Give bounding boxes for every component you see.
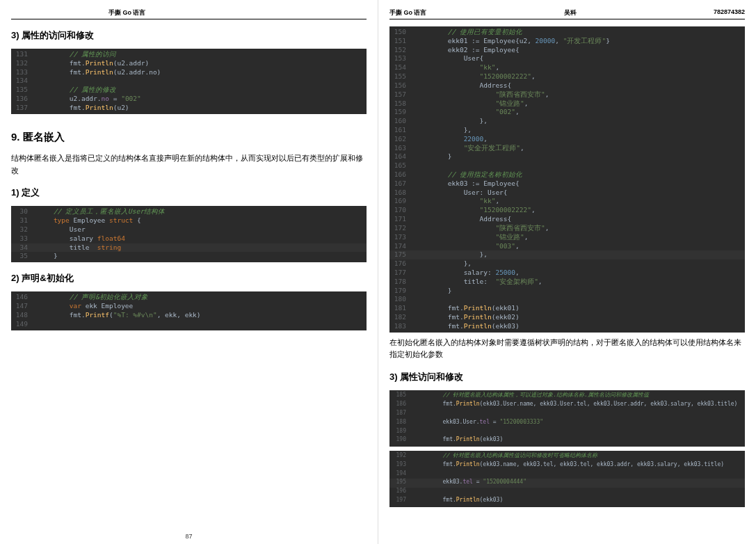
- code-line: 137 fmt.Println(u2): [11, 104, 367, 113]
- line-number: 154: [389, 63, 412, 72]
- code-line: 165: [389, 161, 745, 170]
- line-number: 166: [389, 170, 412, 179]
- line-number: 163: [389, 144, 412, 153]
- para-anon-embed: 结构体匿名嵌入是指将已定义的结构体名直接声明在新的结构体中，从而实现对以后已有类…: [11, 152, 367, 177]
- code-line: 168 User: User{: [389, 189, 745, 198]
- line-source: var ekk Employee: [33, 302, 367, 311]
- code-line: 152 ekk02 := Employee{: [389, 46, 745, 55]
- line-source: ekk03.User.tel = "15200003333": [412, 419, 745, 428]
- line-number: 173: [389, 233, 412, 242]
- code-line: 156 Address{: [389, 81, 745, 90]
- code-line: 150 // 使用已有变量初始化: [389, 28, 745, 37]
- line-number: 183: [389, 322, 412, 331]
- code-line: 161 },: [389, 126, 745, 135]
- line-number: 148: [11, 311, 33, 320]
- line-source: fmt.Println(ekk03): [412, 322, 745, 331]
- line-source: "陕西省西安市",: [412, 90, 745, 99]
- code-line: 35 }: [11, 252, 367, 261]
- line-source: }: [412, 152, 745, 161]
- line-source: "003",: [412, 242, 745, 251]
- code-line: 135 // 属性的修改: [11, 86, 367, 95]
- line-number: 156: [389, 81, 412, 90]
- line-source: ekk03.tel = "15200004444": [412, 479, 745, 488]
- line-source: fmt.Println(u2.addr.no): [33, 68, 367, 77]
- line-source: [412, 161, 745, 170]
- line-number: 181: [389, 304, 412, 313]
- code-line: 189: [389, 428, 745, 437]
- line-source: [412, 488, 745, 497]
- line-source: // 属性的访问: [33, 50, 367, 59]
- line-source: "陕西省西安市",: [412, 224, 745, 233]
- line-source: salary float64: [33, 234, 367, 243]
- header-left: 手撕 Go 语言: [11, 8, 367, 19]
- line-number: 177: [389, 269, 412, 278]
- line-source: [412, 428, 745, 437]
- heading-define: 1) 定义: [11, 186, 367, 199]
- header-id: 782874382: [714, 8, 745, 17]
- line-number: 152: [389, 46, 412, 55]
- line-source: u2.addr.no = "002": [33, 95, 367, 104]
- line-source: fmt.Println(ekk03.name, ekk03.tel, ekk03…: [412, 461, 745, 470]
- line-source: "kk",: [412, 63, 745, 72]
- code-line: 146 // 声明&初始化嵌入对象: [11, 293, 367, 302]
- code-line: 149: [11, 320, 367, 329]
- line-number: 179: [389, 287, 412, 296]
- line-number: 182: [389, 313, 412, 322]
- line-source: "锦业路",: [412, 99, 745, 109]
- line-number: 131: [11, 50, 33, 59]
- code-line: 177 salary: 25000,: [389, 269, 745, 278]
- code-line: 179 }: [389, 287, 745, 296]
- line-number: 193: [389, 461, 412, 470]
- line-number: 172: [389, 224, 412, 233]
- line-source: type Employee struct {: [33, 216, 367, 225]
- code-line: 157 "陕西省西安市",: [389, 90, 745, 99]
- code-block-1: 131 // 属性的访问132 fmt.Println(u2.addr)133 …: [11, 49, 367, 114]
- line-source: Address{: [412, 215, 745, 224]
- code-line: 162 22000,: [389, 135, 745, 144]
- line-number: 159: [389, 108, 412, 117]
- line-number: 33: [11, 234, 33, 243]
- line-source: title: "安全架构师",: [412, 278, 745, 287]
- line-number: 134: [11, 77, 33, 86]
- code-line: 178 title: "安全架构师",: [389, 278, 745, 287]
- line-number: 175: [389, 250, 412, 259]
- line-number: 185: [389, 392, 412, 401]
- line-number: 135: [11, 86, 33, 95]
- page-right: 手撕 Go 语言 吴科 782874382 150 // 使用已有变量初始化15…: [378, 0, 756, 544]
- code-line: 187: [389, 410, 745, 419]
- code-block-3: 146 // 声明&初始化嵌入对象147 var ekk Employee148…: [11, 291, 367, 330]
- code-line: 30 // 定义员工，匿名嵌入User结构体: [11, 207, 367, 216]
- code-line: 192 // 针对匿名嵌入结构体属性值访问和修改时可省略结构体名称: [389, 452, 745, 461]
- code-line: 194: [389, 470, 745, 479]
- line-number: 136: [11, 95, 33, 104]
- line-source: },: [412, 126, 745, 135]
- line-number: 133: [11, 68, 33, 77]
- code-block-r3: 192 // 针对匿名嵌入结构体属性值访问和修改时可省略结构体名称193 fmt…: [389, 451, 745, 507]
- para-init: 在初始化匿名嵌入的结构体对象时需要遵循树状声明的结构，对于匿名嵌入的结构体可以使…: [389, 337, 745, 362]
- line-number: 178: [389, 278, 412, 287]
- line-number: 161: [389, 126, 412, 135]
- code-line: 173 "锦业路",: [389, 233, 745, 242]
- line-number: 155: [389, 72, 412, 81]
- code-line: 186 fmt.Println(ekk03.User.name, ekk03.U…: [389, 401, 745, 410]
- line-number: 164: [389, 152, 412, 161]
- code-line: 151 ekk01 := Employee{u2, 20000, "开发工程师"…: [389, 37, 745, 46]
- line-number: 176: [389, 259, 412, 269]
- heading-anon-embed: 9. 匿名嵌入: [11, 131, 367, 144]
- line-source: [412, 410, 745, 419]
- line-number: 132: [11, 59, 33, 68]
- line-number: 194: [389, 470, 412, 479]
- line-number: 150: [389, 28, 412, 37]
- code-line: 133 fmt.Println(u2.addr.no): [11, 68, 367, 77]
- code-block-2: 30 // 定义员工，匿名嵌入User结构体31 type Employee s…: [11, 206, 367, 262]
- header-author: 吴科: [564, 8, 577, 17]
- line-number: 170: [389, 206, 412, 215]
- line-source: fmt.Println(ekk03): [412, 497, 745, 506]
- line-source: }: [33, 252, 367, 261]
- line-source: salary: 25000,: [412, 269, 745, 278]
- code-line: 176 },: [389, 259, 745, 269]
- line-source: fmt.Println(ekk01): [412, 304, 745, 313]
- line-number: 153: [389, 54, 412, 63]
- line-source: ekk01 := Employee{u2, 20000, "开发工程师"}: [412, 37, 745, 46]
- line-number: 189: [389, 428, 412, 437]
